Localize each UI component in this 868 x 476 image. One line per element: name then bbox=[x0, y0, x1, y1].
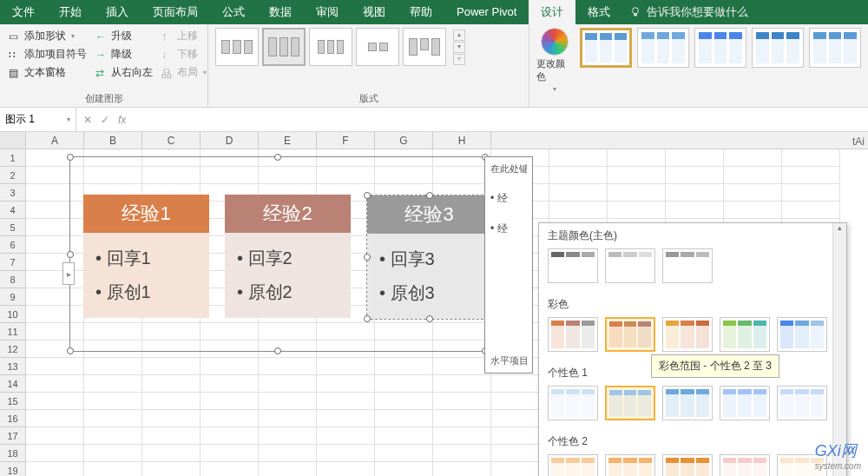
col-header-C[interactable]: C bbox=[142, 132, 201, 149]
row-header[interactable]: 5 bbox=[0, 219, 26, 236]
cell[interactable] bbox=[201, 410, 259, 427]
cell[interactable] bbox=[608, 149, 666, 167]
color-swatch[interactable] bbox=[662, 454, 713, 476]
name-box[interactable]: 图示 1 ▾ bbox=[0, 108, 76, 131]
cell[interactable] bbox=[259, 410, 317, 427]
smartart-card-3[interactable]: 经验3 回享3原创3 bbox=[366, 195, 492, 320]
color-swatch[interactable] bbox=[605, 317, 655, 352]
layout-option-5[interactable] bbox=[403, 28, 446, 66]
add-bullet-button[interactable]: ∷添加项目符号 bbox=[7, 46, 89, 63]
row-header[interactable]: 8 bbox=[0, 271, 26, 288]
col-header-G[interactable]: G bbox=[375, 132, 433, 149]
smartart-graphic[interactable]: 经验1 回享1原创1 经验2 回享2原创2 经验3 回享3原创3 bbox=[83, 195, 492, 320]
cell[interactable] bbox=[84, 393, 142, 410]
cell[interactable] bbox=[433, 462, 491, 476]
menu-tab-design[interactable]: 设计 bbox=[529, 0, 575, 24]
cell[interactable] bbox=[375, 393, 433, 410]
menu-tab-help[interactable]: 帮助 bbox=[398, 0, 444, 24]
cell[interactable] bbox=[142, 375, 201, 393]
cell[interactable] bbox=[259, 375, 317, 393]
cell[interactable] bbox=[375, 358, 433, 375]
color-swatch[interactable] bbox=[720, 386, 770, 420]
add-shape-button[interactable]: ▭添加形状▾ bbox=[7, 28, 89, 44]
cell[interactable] bbox=[375, 462, 433, 476]
cell[interactable] bbox=[433, 445, 491, 462]
cell[interactable] bbox=[375, 375, 433, 393]
cell[interactable] bbox=[26, 410, 84, 427]
row-header[interactable]: 18 bbox=[0, 445, 26, 462]
color-swatch[interactable] bbox=[662, 248, 713, 283]
row-header[interactable]: 17 bbox=[0, 427, 26, 445]
color-swatch[interactable] bbox=[548, 317, 598, 352]
col-header-D[interactable]: D bbox=[201, 132, 259, 149]
row-header[interactable]: 9 bbox=[0, 288, 26, 306]
cell[interactable] bbox=[84, 410, 142, 427]
col-header-F[interactable]: F bbox=[317, 132, 375, 149]
cell[interactable] bbox=[259, 445, 317, 462]
demote-button[interactable]: →降级 bbox=[94, 46, 155, 63]
cell[interactable] bbox=[142, 410, 201, 427]
color-swatch[interactable] bbox=[548, 248, 598, 283]
smartart-card-2[interactable]: 经验2 回享2原创2 bbox=[225, 195, 351, 320]
col-header-B[interactable]: B bbox=[84, 132, 142, 149]
cell[interactable] bbox=[201, 462, 259, 476]
cell[interactable] bbox=[375, 410, 433, 427]
cell[interactable] bbox=[666, 202, 724, 219]
color-swatch[interactable] bbox=[548, 386, 598, 420]
cell[interactable] bbox=[317, 427, 375, 445]
menu-tab-view[interactable]: 视图 bbox=[351, 0, 398, 24]
cell[interactable] bbox=[782, 202, 840, 219]
cell[interactable] bbox=[26, 445, 84, 462]
cell[interactable] bbox=[84, 375, 142, 393]
promote-button[interactable]: ←升级 bbox=[94, 28, 155, 44]
layout-option-1[interactable] bbox=[215, 28, 259, 66]
cell[interactable] bbox=[259, 427, 317, 445]
menu-tab-insert[interactable]: 插入 bbox=[94, 0, 141, 24]
color-swatch[interactable] bbox=[605, 248, 655, 283]
cell[interactable] bbox=[549, 202, 608, 219]
cell[interactable] bbox=[84, 427, 142, 445]
cell[interactable] bbox=[724, 184, 782, 202]
cell[interactable] bbox=[26, 427, 84, 445]
color-swatch[interactable] bbox=[662, 317, 713, 352]
row-header[interactable]: 3 bbox=[0, 184, 26, 202]
cell[interactable] bbox=[26, 393, 84, 410]
tell-me[interactable]: 告诉我你想要做什么 bbox=[629, 4, 748, 20]
cell[interactable] bbox=[782, 149, 840, 167]
cell[interactable] bbox=[142, 445, 201, 462]
menu-tab-review[interactable]: 审阅 bbox=[304, 0, 351, 24]
row-header[interactable]: 4 bbox=[0, 202, 26, 219]
style-option-3[interactable] bbox=[694, 28, 746, 68]
row-header[interactable]: 11 bbox=[0, 323, 26, 340]
menu-tab-format[interactable]: 格式 bbox=[575, 0, 622, 24]
change-colors-button[interactable]: 更改颜色 ▾ bbox=[536, 28, 573, 93]
cell[interactable] bbox=[317, 445, 375, 462]
cell[interactable] bbox=[608, 202, 666, 219]
cell[interactable] bbox=[317, 375, 375, 393]
cell[interactable] bbox=[201, 375, 259, 393]
color-swatch[interactable] bbox=[662, 386, 713, 420]
row-header[interactable]: 7 bbox=[0, 254, 26, 271]
cell[interactable] bbox=[259, 358, 317, 375]
gallery-more-icon[interactable]: ▿ bbox=[453, 54, 465, 65]
col-header-E[interactable]: E bbox=[259, 132, 317, 149]
row-header[interactable]: 6 bbox=[0, 236, 26, 254]
cell[interactable] bbox=[201, 427, 259, 445]
style-option-2[interactable] bbox=[637, 28, 689, 68]
cell[interactable] bbox=[259, 393, 317, 410]
cell[interactable] bbox=[433, 427, 491, 445]
col-header-A[interactable]: A bbox=[26, 132, 84, 149]
cell[interactable] bbox=[666, 184, 724, 202]
style-option-1[interactable] bbox=[580, 28, 632, 68]
cell[interactable] bbox=[724, 202, 782, 219]
smartart-text-pane[interactable]: 在此处键入 • 经 • 经 水平项目 bbox=[484, 156, 533, 374]
cell[interactable] bbox=[142, 462, 201, 476]
color-swatch[interactable] bbox=[605, 386, 655, 420]
cancel-icon[interactable]: ✕ bbox=[83, 114, 92, 126]
color-swatch[interactable] bbox=[777, 317, 827, 352]
style-option-5[interactable] bbox=[809, 28, 861, 68]
cell[interactable] bbox=[549, 149, 608, 167]
cell[interactable] bbox=[782, 184, 840, 202]
cell[interactable] bbox=[666, 167, 724, 184]
row-header[interactable]: 2 bbox=[0, 167, 26, 184]
